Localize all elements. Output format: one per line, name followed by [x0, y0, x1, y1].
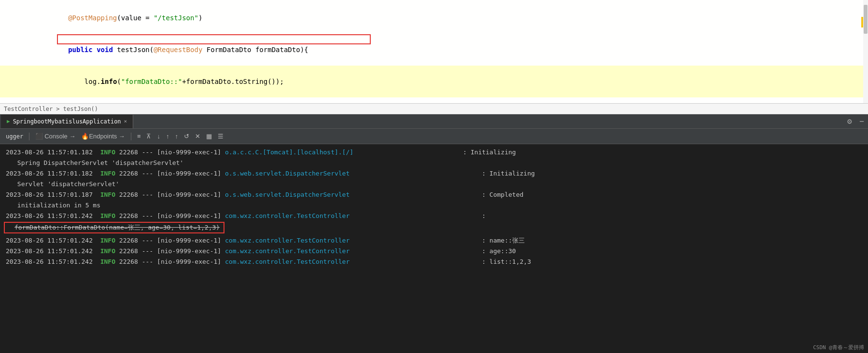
toolbar-up-btn-3[interactable]: ↑ [173, 131, 180, 142]
log-colon2: : [482, 257, 490, 267]
log-class: o.a.c.c.C.[Tomcat].[localhost].[/] [225, 148, 353, 157]
log-colon2: : [482, 169, 490, 178]
log-pid: 22268 [119, 190, 142, 200]
toolbar-list-btn[interactable]: ☰ [216, 131, 225, 142]
toolbar-menu-btn[interactable]: ≡ [135, 131, 143, 142]
toolbar-up-btn-2[interactable]: ↑ [164, 131, 171, 142]
log-pid: 22268 [119, 148, 142, 157]
log-colon [350, 190, 482, 200]
code-text: public void testJson(@RequestBody FormDa… [19, 34, 308, 66]
log-line-1: 2023-08-26 11:57:01.182 INFO 22268 --- [… [0, 147, 868, 158]
console-icon: ⬛ [35, 133, 43, 140]
endpoints-button[interactable]: 🔥 Endpoints → [79, 131, 126, 142]
toolbar-up-btn-1[interactable]: ⊼ [144, 131, 153, 142]
log-message-cont: Spring DispatcherServlet 'dispatcherServ… [14, 158, 183, 168]
log-line-2b: Servlet 'dispatcherServlet' [0, 179, 868, 190]
log-class: o.s.web.servlet.DispatcherServlet [225, 190, 350, 200]
toolbar-separator-1 [29, 133, 29, 140]
log-colon2: : [482, 190, 490, 200]
log-colon2: : [482, 246, 490, 256]
log-thread: [nio-9999-exec-1] [157, 148, 225, 157]
log-level: INFO [100, 211, 119, 221]
log-timestamp: 2023-08-26 11:57:01.187 [6, 190, 100, 200]
log-pid: 22268 [119, 169, 142, 178]
log-line-4: 2023-08-26 11:57:01.242 INFO 22268 --- [… [0, 211, 868, 221]
log-level: INFO [100, 190, 119, 200]
log-message: Initializing [490, 169, 535, 178]
log-timestamp: 2023-08-26 11:57:01.242 [6, 257, 100, 267]
log-class: com.wxz.controller.TestController [225, 236, 350, 245]
log-level: INFO [100, 257, 119, 267]
app-tab-icon: ▶ [7, 118, 10, 124]
log-line-6: 2023-08-26 11:57:01.242 INFO 22268 --- [… [0, 246, 868, 257]
console-area[interactable]: 2023-08-26 11:57:01.182 INFO 22268 --- [… [0, 144, 868, 353]
code-lines: @PostMapping(value = "/testJson") public… [0, 0, 868, 104]
toolbar-debugger-label: ugger [4, 133, 25, 140]
log-line-7: 2023-08-26 11:57:01.242 INFO 22268 --- [… [0, 257, 868, 267]
log-thread: [nio-9999-exec-1] [157, 257, 225, 267]
toolbar-grid-btn[interactable]: ▦ [204, 131, 214, 142]
log-line-3b: initialization in 5 ms [0, 200, 868, 211]
log-thread: [nio-9999-exec-1] [157, 190, 225, 200]
code-line-3: log.info("formDataDto::"+formDataDto.toS… [0, 66, 868, 97]
settings-icon: ⚙ [847, 117, 852, 126]
log-colon [350, 169, 482, 178]
log-message: Completed [490, 190, 523, 200]
log-dashes: --- [142, 236, 157, 245]
editor-scrollbar[interactable] [863, 0, 868, 103]
console-button[interactable]: ⬛ Console → [33, 131, 77, 142]
tab-close-button[interactable]: × [124, 118, 127, 124]
code-line-4: log.info("name::"+formDataDto.getName())… [0, 97, 868, 104]
toolbar-refresh-btn[interactable]: ↺ [182, 131, 191, 142]
log-message: Initializing [471, 148, 516, 157]
log-dashes: --- [142, 257, 157, 267]
code-text: @PostMapping(value = "/testJson") [19, 2, 202, 34]
log-class: o.s.web.servlet.DispatcherServlet [225, 169, 350, 178]
log-timestamp: 2023-08-26 11:57:01.182 [6, 169, 100, 178]
watermark-text: CSDN @青春～爱拼搏 [813, 344, 864, 351]
log-colon [350, 257, 482, 267]
tab-settings-button[interactable]: ⚙ − [847, 117, 868, 126]
endpoints-label: Endpoints → [89, 133, 125, 140]
log-dashes: --- [142, 169, 157, 178]
toolbar-clear-btn[interactable]: ✕ [193, 131, 202, 142]
log-line-1b: Spring DispatcherServlet 'dispatcherServ… [0, 158, 868, 168]
log-message-cont: initialization in 5 ms [14, 201, 100, 210]
log-colon2: : [482, 211, 490, 221]
log-colon2: : [463, 148, 471, 157]
console-label: Console → [44, 133, 75, 140]
log-message-cont: Servlet 'dispatcherServlet' [14, 179, 119, 189]
code-editor: @PostMapping(value = "/testJson") public… [0, 0, 868, 104]
toolbar-down-btn[interactable]: ↓ [155, 131, 162, 142]
log-message-list: list::1,2,3 [490, 257, 531, 267]
code-line-1: @PostMapping(value = "/testJson") [0, 2, 868, 34]
log-timestamp: 2023-08-26 11:57:01.242 [6, 211, 100, 221]
editor-scrollbar-thumb[interactable] [864, 5, 868, 34]
log-level: INFO [100, 148, 119, 157]
log-class: com.wxz.controller.TestController [225, 257, 350, 267]
log-line-5: 2023-08-26 11:57:01.242 INFO 22268 --- [… [0, 235, 868, 246]
log-thread: [nio-9999-exec-1] [157, 236, 225, 245]
log-redbox-line: formDataDto::FormDataDto(name=张三, age=30… [4, 222, 224, 233]
app-tab-active[interactable]: ▶ SpringbootMybatislusApplication × [1, 115, 133, 128]
log-line-2: 2023-08-26 11:57:01.182 INFO 22268 --- [… [0, 168, 868, 179]
log-dashes: --- [142, 211, 157, 221]
log-timestamp: 2023-08-26 11:57:01.242 [6, 246, 100, 256]
toolbar-separator-2 [131, 133, 131, 140]
log-timestamp: 2023-08-26 11:57:01.182 [6, 148, 100, 157]
watermark: CSDN @青春～爱拼搏 [813, 344, 864, 351]
toolbar: ugger ⬛ Console → 🔥 Endpoints → ≡ ⊼ ↓ ↑ … [0, 129, 868, 144]
log-pid: 22268 [119, 236, 142, 245]
log-colon2: : [482, 236, 490, 245]
log-pid: 22268 [119, 246, 142, 256]
log-dashes: --- [142, 148, 157, 157]
app-tab-label: SpringbootMybatislusApplication [13, 118, 121, 125]
log-colon [353, 148, 463, 157]
log-message-age: age::30 [490, 246, 516, 256]
log-dashes: --- [142, 190, 157, 200]
log-pid: 22268 [119, 257, 142, 267]
log-colon [350, 246, 482, 256]
fire-icon: 🔥 [81, 133, 89, 140]
log-thread: [nio-9999-exec-1] [157, 169, 225, 178]
log-line-3: 2023-08-26 11:57:01.187 INFO 22268 --- [… [0, 190, 868, 200]
